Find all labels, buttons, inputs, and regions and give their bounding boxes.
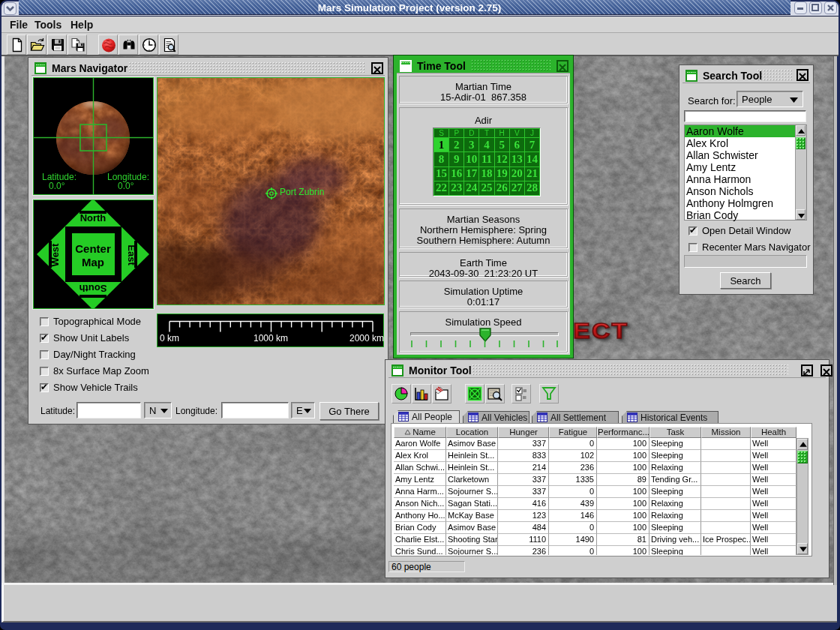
svg-text:West: West	[50, 243, 61, 266]
svg-text:South: South	[80, 283, 107, 294]
svg-text:East: East	[126, 244, 137, 266]
svg-text:Center: Center	[75, 242, 111, 255]
svg-text:North: North	[80, 212, 106, 224]
svg-text:Map: Map	[82, 256, 104, 268]
svg-text:ECT: ECT	[573, 318, 628, 344]
